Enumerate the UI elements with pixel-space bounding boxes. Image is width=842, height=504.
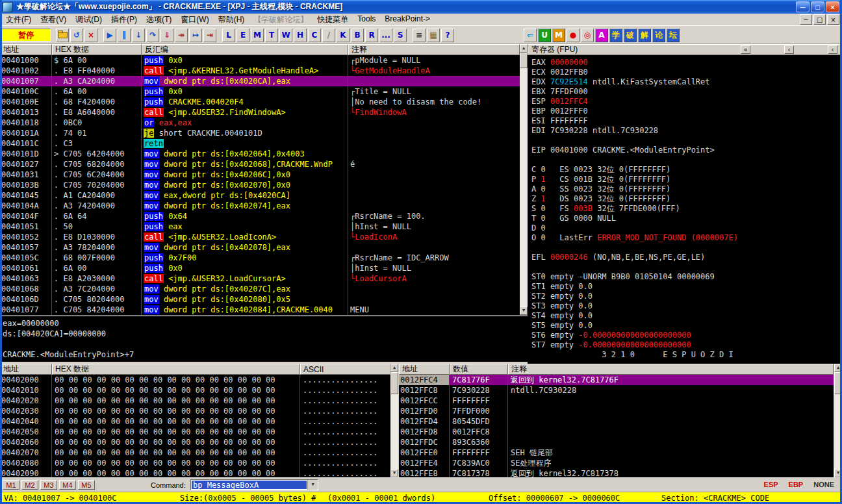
- register-line[interactable]: EBX 7FFDF000: [531, 87, 842, 97]
- stack-row[interactable]: 0012FFE87C817378返回到 kernel32.7C817378: [399, 468, 834, 477]
- stack-row[interactable]: 0012FFE0FFFFFFFFSEH 链尾部: [399, 447, 834, 458]
- menu-item[interactable]: 文件(F): [1, 14, 36, 26]
- scroll-thumb[interactable]: [390, 372, 398, 394]
- dump-row[interactable]: 0040204000 00 00 00 00 00 00 00 00 00 00…: [0, 416, 390, 427]
- register-line[interactable]: ST3 empty 0.0: [531, 301, 842, 311]
- scroll-up-icon[interactable]: ▲: [834, 364, 842, 372]
- disasm-row[interactable]: 00401013. E8 A6040000call <jmp.&USER32.F…: [0, 107, 520, 118]
- disasm-row[interactable]: 0040100C. 6A 00push 0x0┌Title = NULL: [0, 86, 520, 97]
- menu-item[interactable]: 【学破解论坛】: [249, 14, 313, 26]
- register-line[interactable]: EDI 7C930228 ntdll.7C930228: [531, 126, 842, 136]
- dump-row[interactable]: 0040200000 00 00 00 00 00 00 00 00 00 00…: [0, 375, 390, 385]
- stack-row[interactable]: 0012FFCCFFFFFFFF: [399, 396, 834, 406]
- menu-item[interactable]: 帮助(H): [214, 14, 249, 26]
- register-line[interactable]: D 0: [531, 223, 842, 233]
- regs-prev-button[interactable]: «: [741, 45, 750, 54]
- animate-over-button[interactable]: ↠: [175, 29, 188, 42]
- mdi-close-button[interactable]: ×: [827, 14, 839, 25]
- scroll-down-icon[interactable]: ▼: [834, 469, 842, 477]
- cpu-window-button[interactable]: C: [308, 29, 321, 42]
- register-line[interactable]: ST5 empty 0.0: [531, 321, 842, 331]
- appearance-button[interactable]: ≡: [413, 29, 426, 42]
- mdi-restore-button[interactable]: □: [813, 14, 826, 25]
- column-header-stack-comment[interactable]: 注释: [508, 364, 834, 375]
- call-stack-window-button[interactable]: K: [337, 29, 350, 42]
- dump-row[interactable]: 0040201000 00 00 00 00 00 00 00 00 00 00…: [0, 385, 390, 396]
- register-line[interactable]: ESP 0012FFC4: [531, 97, 842, 107]
- stack-row[interactable]: 0012FFD480545DFD: [399, 416, 834, 427]
- disasm-scrollbar[interactable]: ▲ ▼: [520, 44, 528, 315]
- menu-item[interactable]: 查看(V): [36, 14, 71, 26]
- register-line[interactable]: ST6 empty -0.000000000000000000000: [531, 331, 842, 340]
- minimize-button[interactable]: ─: [796, 1, 810, 12]
- disasm-row[interactable]: 0040105C. 68 007F0000push 0x7F00┌RsrcNam…: [0, 253, 520, 263]
- column-header-disasm[interactable]: 反汇编: [142, 44, 348, 55]
- register-line[interactable]: EAX 00000000: [531, 58, 842, 68]
- register-line[interactable]: C 0 ES 0023 32位 0(FFFFFFFF): [531, 165, 842, 175]
- open-file-button[interactable]: [56, 29, 69, 42]
- brand-lun-button[interactable]: 论: [652, 29, 665, 42]
- close-button[interactable]: ×: [826, 1, 839, 12]
- disasm-row[interactable]: 00401077. C705 84204000mov dword ptr ds:…: [0, 305, 520, 315]
- column-header-hex[interactable]: HEX 数据: [52, 44, 142, 55]
- register-line[interactable]: ECX 0012FFB0: [531, 68, 842, 77]
- target-button[interactable]: ◎: [581, 29, 594, 42]
- chevron-down-icon[interactable]: ▼: [307, 480, 318, 490]
- menu-item[interactable]: 调试(D): [71, 14, 107, 26]
- disasm-row[interactable]: 00401045. A1 CA204000mov eax,dword ptr d…: [0, 190, 520, 201]
- breakpoints-window-button[interactable]: B: [351, 29, 364, 42]
- windows-window-button[interactable]: W: [279, 29, 292, 42]
- disasm-row[interactable]: 00401000$ 6A 00push 0x0┌pModule = NULL: [0, 55, 520, 66]
- log-window-button[interactable]: L: [222, 29, 235, 42]
- disasm-row[interactable]: 00401057. A3 78204000mov dword ptr ds:[0…: [0, 242, 520, 253]
- title-bar[interactable]: ★學破解论坛★「www.xuepojie.com」 - CRACKME.EXE …: [0, 0, 842, 14]
- scroll-thumb[interactable]: [834, 372, 842, 394]
- m-tab[interactable]: M3: [40, 480, 57, 490]
- disasm-row[interactable]: 0040104F. 6A 64push 0x64┌RsrcName = 100.: [0, 211, 520, 221]
- disasm-row[interactable]: 00401061. 6A 00push 0x0│hInst = NULL: [0, 263, 520, 273]
- run-trace-window-button[interactable]: ...: [379, 29, 392, 42]
- disasm-row[interactable]: 00401002. E8 FF040000call <jmp.&KERNEL32…: [0, 66, 520, 76]
- disasm-row[interactable]: 00401027. C705 68204000mov dword ptr ds:…: [0, 159, 520, 170]
- dump-row[interactable]: 0040202000 00 00 00 00 00 00 00 00 00 00…: [0, 396, 390, 406]
- disasm-row[interactable]: 0040101D> C705 64204000mov dword ptr ds:…: [0, 149, 520, 159]
- register-line[interactable]: EIP 00401000 CRACKME.<ModuleEntryPoint>: [531, 145, 842, 155]
- dump-row[interactable]: 0040208000 00 00 00 00 00 00 00 00 00 00…: [0, 458, 390, 468]
- dump-row[interactable]: 0040203000 00 00 00 00 00 00 00 00 00 00…: [0, 406, 390, 416]
- executables-window-button[interactable]: E: [236, 29, 249, 42]
- disasm-row[interactable]: 0040101C. C3retn: [0, 138, 520, 149]
- stack-row[interactable]: 0012FFD80012FFC8: [399, 427, 834, 437]
- register-line[interactable]: P 1 CS 001B 32位 0(FFFFFFFF): [531, 175, 842, 184]
- patches-window-button[interactable]: /: [322, 29, 335, 42]
- threads-window-button[interactable]: T: [265, 29, 278, 42]
- stack-row[interactable]: 0012FFC47C81776F返回到 kernel32.7C81776F: [399, 375, 834, 385]
- disasm-row[interactable]: 0040106D. C705 80204000mov dword ptr ds:…: [0, 294, 520, 305]
- register-line[interactable]: ST0 empty -UNORM B9B0 01050104 00000069: [531, 272, 842, 282]
- stack-row[interactable]: 0012FFC87C930228ntdll.7C930228: [399, 385, 834, 396]
- back-arrow-button[interactable]: ⇐: [524, 29, 537, 42]
- scroll-up-icon[interactable]: ▲: [390, 364, 398, 372]
- register-line[interactable]: EBP 0012FFF0: [531, 107, 842, 116]
- brand-tan-button[interactable]: 坛: [667, 29, 680, 42]
- menu-item[interactable]: BreakPoint->: [380, 14, 435, 26]
- disasm-row[interactable]: 00401018. 0BC0or eax,eax: [0, 118, 520, 128]
- help-button[interactable]: ?: [441, 29, 454, 42]
- register-line[interactable]: 3 2 1 0 E S P U O Z D I: [531, 350, 842, 360]
- handles-window-button[interactable]: H: [294, 29, 307, 42]
- column-header-dump-address[interactable]: 地址: [0, 364, 52, 375]
- dump-row[interactable]: 0040209000 00 00 00 00 00 00 00 00 00 00…: [0, 468, 390, 477]
- register-line[interactable]: ST7 empty -0.000000000000000000000: [531, 340, 842, 350]
- disasm-row[interactable]: 0040104A. A3 74204000mov dword ptr ds:[0…: [0, 201, 520, 211]
- command-input[interactable]: bp MessageBoxA ▼: [190, 479, 318, 490]
- memory-window-button[interactable]: M: [251, 29, 264, 42]
- windows-list-button[interactable]: ▦: [427, 29, 440, 42]
- column-header-stack-value[interactable]: 数值: [450, 364, 508, 375]
- dump-row[interactable]: 0040207000 00 00 00 00 00 00 00 00 00 00…: [0, 447, 390, 458]
- column-header-dump-ascii[interactable]: ASCII: [300, 364, 390, 375]
- scroll-thumb[interactable]: [520, 53, 528, 68]
- regs-left-button[interactable]: ‹: [784, 45, 794, 54]
- register-line[interactable]: ST4 empty 0.0: [531, 311, 842, 321]
- register-line[interactable]: S 0 FS 003B 32位 7FFDE000(FFF): [531, 204, 842, 214]
- dump-scrollbar[interactable]: ▲ ▼: [390, 364, 398, 477]
- disasm-row[interactable]: 0040103B. C705 70204000mov dword ptr ds:…: [0, 180, 520, 190]
